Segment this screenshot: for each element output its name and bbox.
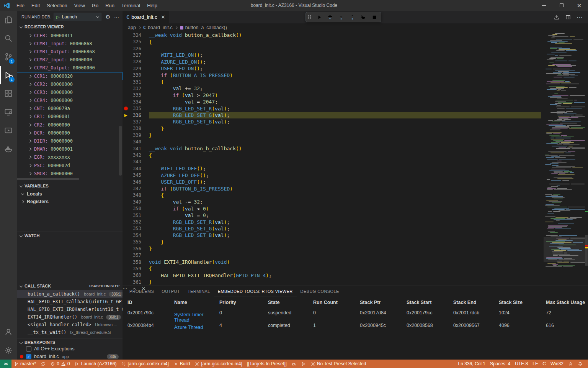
register-ccr2[interactable]: CCR2:00000000 — [17, 80, 122, 88]
code-line[interactable]: 342{ — [122, 152, 541, 158]
code-line[interactable]: 334 val = 2047; — [122, 99, 541, 105]
activity-item-remote-explorer[interactable] — [0, 103, 17, 121]
activity-item-accounts[interactable] — [0, 323, 17, 341]
gear-icon[interactable]: ⚙ — [105, 14, 110, 20]
code-line[interactable]: 351 val = 0; — [122, 212, 541, 219]
code-line[interactable]: 356} — [122, 245, 541, 252]
register-cnt[interactable]: CNT:0000079a — [17, 105, 122, 113]
section-watch[interactable]: WATCH — [17, 232, 122, 239]
code-line[interactable]: 348 { — [122, 192, 541, 199]
breakpoint-item[interactable]: All C++ Exceptions — [17, 345, 122, 353]
code-line[interactable]: 354 RGB_LED_SET_B(val); — [122, 232, 541, 238]
code-line[interactable]: 359{ — [122, 265, 541, 272]
status-debug-target[interactable] — [289, 360, 299, 368]
code-line[interactable]: 358void EXTI4_IRQHandler(void) — [122, 259, 541, 265]
table-row[interactable]: 0x200084b4Azure Thread4completed10x20009… — [127, 323, 588, 335]
register-ccr3[interactable]: CCR3:00000000 — [17, 88, 122, 96]
code-line[interactable]: 344 WIFI_LED_OFF(); — [122, 165, 541, 172]
minimap[interactable] — [544, 32, 585, 286]
register-smcr[interactable]: SMCR:00000000 — [17, 169, 122, 177]
editor-more-actions-icon[interactable]: ⋯ — [577, 13, 583, 21]
code-line[interactable]: 357 — [122, 252, 541, 258]
register-cr2[interactable]: CR2:00000000 — [17, 121, 122, 129]
stop-button[interactable] — [370, 13, 379, 21]
drag-handle[interactable] — [308, 15, 311, 20]
code-line[interactable]: 326 — [122, 45, 541, 52]
activity-item-docker[interactable] — [0, 140, 17, 158]
variables-item-registers[interactable]: Registers — [17, 198, 122, 205]
panel-tab-terminal[interactable]: TERMINAL — [184, 286, 214, 296]
register-psc[interactable]: PSC:0000002d — [17, 161, 122, 169]
code-line[interactable]: 341__weak void button_b_callback() — [122, 145, 541, 152]
code-line[interactable]: 340 — [122, 139, 541, 145]
status-build-kit[interactable]: [arm-gcc-cortex-m4] — [192, 360, 244, 368]
vertical-scrollbar[interactable] — [119, 126, 122, 176]
status-feedback[interactable] — [566, 360, 575, 368]
launch-config-dropdown[interactable]: ▷ Launch — [54, 13, 101, 21]
step-out-button[interactable] — [348, 13, 356, 21]
status-language-mode[interactable]: C — [540, 360, 548, 368]
code-line[interactable]: 324__weak void button_a_callback() — [122, 32, 541, 38]
breakpoint-icon[interactable] — [124, 107, 128, 110]
tab-close-icon[interactable]: ✕ — [161, 14, 165, 20]
status-test-preset[interactable]: No Test Preset Selected — [308, 360, 369, 368]
code-line[interactable]: 331 { — [122, 79, 541, 85]
panel-tab-debug-console[interactable]: DEBUG CONSOLE — [297, 286, 343, 296]
breakpoint-item[interactable]: ✓board_init.capp335 — [17, 353, 122, 360]
code-line[interactable]: 333 if (val > 2047) — [122, 92, 541, 99]
code-line[interactable]: 327 WIFI_LED_ON(); — [122, 52, 541, 58]
code-line[interactable]: 343 — [122, 159, 541, 165]
split-editor-icon[interactable] — [565, 14, 571, 20]
status-git-branch[interactable]: master* — [11, 360, 38, 368]
code-line[interactable]: 347 if (BUTTON_B_IS_PRESSED) — [122, 185, 541, 192]
code-line[interactable]: 325{ — [122, 38, 541, 45]
minimap-slider[interactable] — [544, 237, 585, 262]
register-ccmr2_output[interactable]: CCMR2_Output:00000000 — [17, 64, 122, 72]
breakpoint-checkbox[interactable]: ✓ — [26, 354, 31, 359]
activity-item-run-and-debug[interactable]: 1 — [0, 66, 17, 84]
status-run-target[interactable] — [299, 360, 308, 368]
register-ccr4[interactable]: CCR4:00000000 — [17, 97, 122, 105]
section-call-stack[interactable]: CALL STACK PAUSED ON STEP — [17, 282, 122, 289]
register-dcr[interactable]: DCR:00000000 — [17, 129, 122, 137]
maximize-button[interactable] — [553, 0, 570, 11]
status-sync[interactable] — [38, 360, 48, 368]
activity-item-extensions[interactable] — [0, 84, 17, 103]
activity-item-explorer[interactable] — [0, 11, 17, 29]
code-line[interactable]: ▶336 RGB_LED_SET_G(val); — [122, 112, 541, 118]
code-line[interactable]: 349 val -= 32; — [122, 199, 541, 205]
stack-frame[interactable]: HAL_GPIO_EXTI_Callback(uint16_t GPIO_P — [17, 298, 122, 306]
register-ccmr1_input[interactable]: CCMR1_Input:00006868 — [17, 39, 122, 48]
code-line[interactable]: 339} — [122, 132, 541, 138]
remote-indicator[interactable]: >< — [0, 360, 11, 368]
more-actions-icon[interactable]: ⋯ — [114, 14, 119, 20]
code-line[interactable]: 329 USER_LED_ON(); — [122, 65, 541, 72]
status-targets[interactable]: [[Targets In Preset]] — [245, 360, 289, 368]
variables-item-locals[interactable]: Locals — [17, 190, 122, 198]
step-into-button[interactable] — [337, 13, 345, 21]
code-line[interactable]: 335 RGB_LED_SET_R(val); — [122, 105, 541, 112]
code-line[interactable]: 361} — [122, 279, 541, 285]
register-ccr1[interactable]: CCR1:00000020 — [17, 72, 122, 80]
breadcrumb-item[interactable]: button_a_callback() — [180, 25, 227, 30]
code-line[interactable]: 328 AZURE_LED_ON(); — [122, 59, 541, 65]
code-line[interactable]: 337 RGB_LED_SET_B(val); — [122, 118, 541, 125]
panel-tab-output[interactable]: OUTPUT — [158, 286, 184, 296]
code-line[interactable]: 345 AZURE_LED_OFF(); — [122, 172, 541, 179]
download-icon[interactable] — [554, 14, 560, 20]
table-row[interactable]: 0x2001790cSystem Timer Thread0suspended0… — [127, 310, 588, 323]
activity-item-source-control[interactable]: 1 — [0, 48, 17, 66]
cell[interactable]: System Timer Thread — [174, 310, 219, 323]
register-ccmr1_output[interactable]: CCMR1_Output:00006868 — [17, 48, 122, 56]
menu-run[interactable]: Run — [102, 0, 118, 11]
continue-button[interactable] — [315, 13, 323, 21]
breadcrumb-item[interactable]: app — [128, 25, 136, 30]
status-problems[interactable]: 00 — [48, 360, 72, 368]
code-line[interactable]: 338 } — [122, 125, 541, 132]
activity-item-search[interactable] — [0, 29, 17, 48]
stack-frame[interactable]: button_a_callback()board_init.c336:1 — [17, 290, 122, 298]
code-line[interactable]: 352 RGB_LED_SET_R(val); — [122, 219, 541, 225]
code-line[interactable]: 346 USER_LED_OFF(); — [122, 179, 541, 185]
stack-frame[interactable]: __tx_ts_wait()tx_thread_schedule.S — [17, 329, 122, 336]
editor-scrollbar[interactable] — [585, 32, 588, 286]
